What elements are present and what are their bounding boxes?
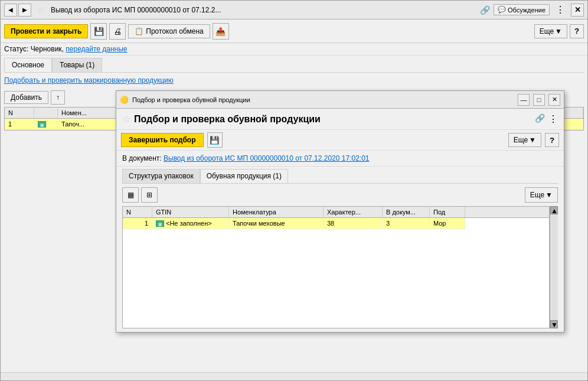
discussion-button[interactable]: 💬 Обсуждение	[494, 4, 550, 15]
dialog-eshche-button[interactable]: Еще ▼	[508, 133, 541, 147]
dialog-minimize-button[interactable]: —	[518, 94, 530, 106]
main-toolbar: Провести и закрыть 💾 🖨 📋 Протокол обмена…	[1, 19, 587, 43]
chevron-down-icon: ▼	[555, 27, 562, 35]
dialog-table-main: N GTIN Номенклатура Характер... В докум.…	[122, 206, 550, 328]
scroll-down-button[interactable]: ▼	[550, 320, 558, 328]
col-char: Характер...	[324, 207, 383, 217]
tab-goods[interactable]: Товары (1)	[52, 58, 102, 72]
dialog-tabs: Структура упаковок Обувная продукция (1)	[116, 167, 564, 183]
back-button[interactable]: ◀	[4, 4, 17, 17]
status-label: Статус:	[4, 45, 28, 53]
dialog-tab-shoes[interactable]: Обувная продукция (1)	[200, 169, 288, 183]
dialog-header-right: 🔗 ⋮	[535, 113, 558, 125]
main-window: ◀ ▶ ☆ Вывод из оборота ИС МП 00000000010…	[0, 0, 588, 381]
row-gtin: ▦<Не заполнен>	[152, 218, 229, 229]
close-button[interactable]: ✕	[571, 4, 584, 17]
status-bar: Статус: Черновик, передайте данные	[1, 43, 587, 56]
dialog-chevron-down-icon: ▼	[529, 136, 536, 144]
dialog-star-icon[interactable]: ☆	[122, 113, 130, 125]
window-title: Вывод из оборота ИС МП 00000000010 от 07…	[51, 6, 476, 14]
dialog-sub-spacer	[160, 187, 522, 203]
table-icon: ⊞	[146, 191, 152, 199]
protocol-icon: 📋	[135, 27, 143, 35]
dialog-help-button[interactable]: ?	[545, 133, 559, 147]
more-icon[interactable]: ⋮	[553, 4, 567, 15]
col-nom: Номенклатура	[229, 207, 324, 217]
scroll-track[interactable]	[550, 214, 558, 320]
col-gtin: GTIN	[152, 207, 229, 217]
dialog-doc-ref: В документ: Вывод из оборота ИС МП 00000…	[116, 151, 564, 167]
finish-pick-button[interactable]: Завершить подбор	[121, 133, 204, 147]
nav-buttons: ◀ ▶	[4, 4, 31, 17]
col-pod: Под	[430, 207, 465, 217]
forward-button[interactable]: ▶	[18, 4, 31, 17]
link-icon[interactable]: 🔗	[480, 5, 490, 15]
barcode-scan-button[interactable]: ▦	[122, 187, 139, 203]
dialog-title-icon: 🟡	[120, 96, 129, 104]
row-characteristic: 38	[324, 218, 383, 229]
table-icon-button[interactable]: ⊞	[141, 187, 158, 203]
protocol-button[interactable]: 📋 Протокол обмена	[128, 24, 210, 38]
star-icon[interactable]: ☆	[37, 5, 45, 15]
tab-main[interactable]: Основное	[4, 58, 52, 72]
status-link[interactable]: передайте данные	[66, 45, 127, 53]
dialog-header: ☆ Подбор и проверка обувной продукции 🔗 …	[116, 109, 564, 130]
doc-ref-link[interactable]: Вывод из оборота ИС МП 00000000010 от 07…	[164, 154, 370, 162]
row-in-document: 3	[383, 218, 430, 229]
main-content: Подобрать и проверить маркированную прод…	[1, 73, 587, 380]
status-value: Черновик,	[31, 45, 64, 53]
dialog-table-with-scroll: N GTIN Номенклатура Характер... В докум.…	[122, 206, 558, 328]
row-n: 1	[123, 218, 152, 229]
title-actions: 🔗 💬 Обсуждение ⋮ ✕	[480, 4, 584, 17]
dialog-close-button[interactable]: ✕	[548, 94, 560, 106]
dialog-main-title: Подбор и проверка обувной продукции	[134, 114, 321, 125]
dialog-link-icon[interactable]: 🔗	[535, 113, 545, 125]
dialog-overlay: 🟡 Подбор и проверка обувной продукции — …	[1, 73, 587, 380]
dialog-table-header: N GTIN Номенклатура Характер... В докум.…	[123, 207, 549, 218]
dialog-more-icon[interactable]: ⋮	[548, 113, 558, 125]
dialog-table: N GTIN Номенклатура Характер... В докум.…	[122, 206, 550, 328]
dialog-header-left: ☆ Подбор и проверка обувной продукции	[122, 113, 321, 125]
title-bar: ◀ ▶ ☆ Вывод из оборота ИС МП 00000000010…	[1, 1, 587, 19]
dialog-save-button[interactable]: 💾	[207, 132, 223, 148]
help-button[interactable]: ?	[570, 24, 584, 38]
scroll-up-button[interactable]: ▲	[550, 206, 558, 214]
dialog-pick-verify: 🟡 Подбор и проверка обувной продукции — …	[116, 90, 564, 333]
dialog-content: ▦ ⊞ Еще ▼	[116, 184, 564, 332]
gtin-cell-icon: ▦	[156, 220, 164, 227]
row-pod: Mop	[430, 218, 465, 229]
dialog-table-chevron-icon: ▼	[545, 191, 553, 199]
dialog-table-row[interactable]: 1 ▦<Не заполнен> Тапочки меховые 38 3 Mo…	[123, 218, 549, 229]
dialog-sub-toolbar: ▦ ⊞ Еще ▼	[122, 187, 558, 203]
dialog-table-eshche-button[interactable]: Еще ▼	[525, 187, 558, 203]
dialog-scrollbar[interactable]: ▲ ▼	[550, 206, 558, 328]
dialog-maximize-button[interactable]: □	[533, 94, 545, 106]
doc-ref-prefix: В документ:	[122, 154, 162, 162]
col-n: N	[123, 207, 152, 217]
export-button[interactable]: 📤	[213, 23, 229, 40]
barcode-icon: ▦	[128, 191, 134, 199]
row-nomenclature: Тапочки меховые	[229, 218, 324, 229]
dialog-title-bar: 🟡 Подбор и проверка обувной продукции — …	[116, 91, 564, 109]
main-tabs: Основное Товары (1)	[1, 56, 587, 72]
save-button[interactable]: 💾	[90, 23, 107, 40]
print-button[interactable]: 🖨	[109, 23, 126, 40]
eshche-button[interactable]: Еще ▼	[534, 24, 567, 38]
dialog-tab-structure[interactable]: Структура упаковок	[122, 169, 200, 183]
discussion-icon: 💬	[498, 6, 506, 14]
dialog-title-text: Подбор и проверка обувной продукции	[132, 96, 514, 103]
conduct-close-button[interactable]: Провести и закрыть	[4, 24, 88, 38]
dialog-toolbar: Завершить подбор 💾 Еще ▼ ?	[116, 130, 564, 151]
col-doc: В докум...	[383, 207, 430, 217]
